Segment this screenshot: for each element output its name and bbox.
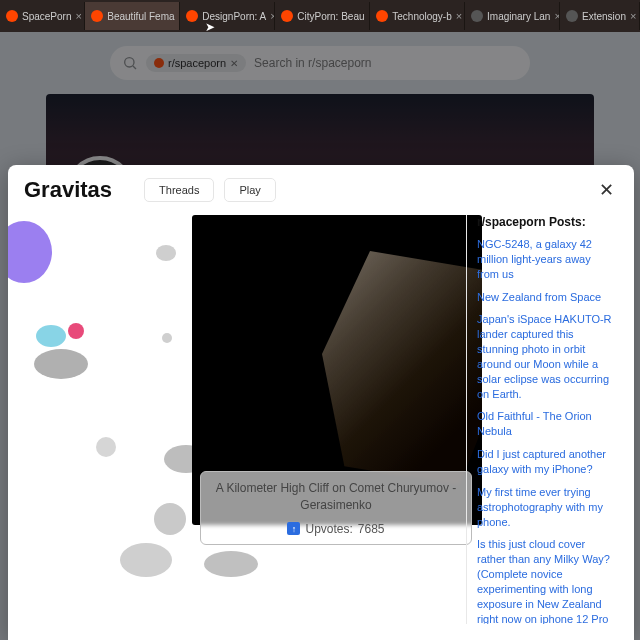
upvotes-value: 7685 bbox=[358, 522, 385, 536]
favicon bbox=[376, 10, 388, 22]
browser-tab[interactable]: Imaginary Lan× bbox=[465, 2, 560, 30]
image-caption: A Kilometer High Cliff on Comet Churyumo… bbox=[200, 471, 472, 545]
browser-tabs: SpacePorn×Beautiful Fema×DesignPorn: A×C… bbox=[0, 0, 640, 32]
favicon bbox=[566, 10, 578, 22]
post-link[interactable]: Old Faithful - The Orion Nebula bbox=[477, 409, 614, 439]
tab-label: DesignPorn: A bbox=[202, 11, 266, 22]
modal-header: Gravitas ThreadsPlay ✕ bbox=[8, 165, 634, 215]
favicon bbox=[91, 10, 103, 22]
tab-label: SpacePorn bbox=[22, 11, 71, 22]
caption-title: A Kilometer High Cliff on Comet Churyumo… bbox=[211, 480, 461, 514]
tab-label: Beautiful Fema bbox=[107, 11, 174, 22]
upvote-count: ↑ Upvotes: 7685 bbox=[211, 522, 461, 536]
browser-tab[interactable]: CityPorn: Beau× bbox=[275, 2, 370, 30]
favicon bbox=[471, 10, 483, 22]
upvotes-label: Upvotes: bbox=[305, 522, 352, 536]
posts-sidebar[interactable]: r/spaceporn Posts: NGC-5248, a galaxy 42… bbox=[466, 215, 618, 624]
favicon bbox=[186, 10, 198, 22]
tab-close-icon[interactable]: × bbox=[630, 10, 636, 22]
browser-tab[interactable]: Technology-b× bbox=[370, 2, 465, 30]
browser-tab[interactable]: SpacePorn× bbox=[0, 2, 85, 30]
modal-tabs: ThreadsPlay bbox=[144, 178, 276, 202]
post-link[interactable]: Did I just captured another galaxy with … bbox=[477, 447, 614, 477]
post-link[interactable]: NGC-5248, a galaxy 42 million light-year… bbox=[477, 237, 614, 282]
post-link[interactable]: My first time ever trying astrophotograp… bbox=[477, 485, 614, 530]
upvote-icon: ↑ bbox=[287, 522, 300, 535]
close-icon[interactable]: ✕ bbox=[595, 175, 618, 205]
tab-label: Extension bbox=[582, 11, 626, 22]
tab-close-icon[interactable]: × bbox=[456, 10, 462, 22]
posts-title: r/spaceporn Posts: bbox=[477, 215, 614, 229]
tab-label: CityPorn: Beau bbox=[297, 11, 364, 22]
browser-tab[interactable]: Beautiful Fema× bbox=[85, 2, 180, 30]
modal-tab-threads[interactable]: Threads bbox=[144, 178, 214, 202]
browser-tab[interactable]: Extension× bbox=[560, 2, 640, 30]
favicon bbox=[6, 10, 18, 22]
post-link[interactable]: Is this just cloud cover rather than any… bbox=[477, 537, 614, 624]
tab-label: Imaginary Lan bbox=[487, 11, 550, 22]
tab-label: Technology-b bbox=[392, 11, 451, 22]
image-viewer: A Kilometer High Cliff on Comet Churyumo… bbox=[24, 215, 452, 624]
modal-tab-play[interactable]: Play bbox=[224, 178, 275, 202]
browser-tab[interactable]: DesignPorn: A× bbox=[180, 2, 275, 30]
brand-logo: Gravitas bbox=[24, 177, 112, 203]
favicon bbox=[281, 10, 293, 22]
post-link[interactable]: New Zealand from Space bbox=[477, 290, 614, 305]
comet-cliff bbox=[322, 251, 482, 485]
tab-close-icon[interactable]: × bbox=[75, 10, 81, 22]
gravitas-modal: Gravitas ThreadsPlay ✕ A Kilom bbox=[8, 165, 634, 640]
modal-body: A Kilometer High Cliff on Comet Churyumo… bbox=[8, 215, 634, 640]
post-link[interactable]: Japan's iSpace HAKUTO-R lander captured … bbox=[477, 312, 614, 401]
